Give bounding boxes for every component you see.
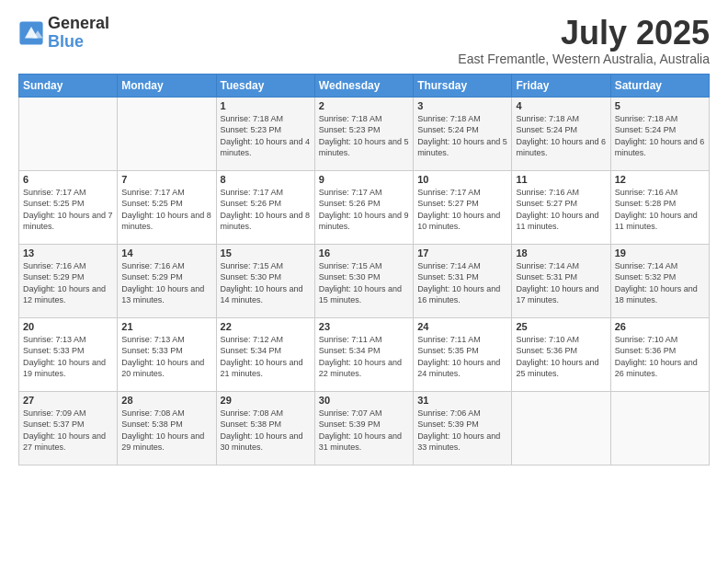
day-number: 23 [319, 321, 409, 332]
weekday-header-monday: Monday [118, 74, 216, 97]
calendar-cell: 31Sunrise: 7:06 AMSunset: 5:39 PMDayligh… [414, 391, 512, 465]
day-info: Sunrise: 7:12 AMSunset: 5:34 PMDaylight:… [221, 334, 311, 380]
calendar-week-row: 20Sunrise: 7:13 AMSunset: 5:33 PMDayligh… [19, 317, 710, 391]
weekday-header-tuesday: Tuesday [216, 74, 314, 97]
calendar-cell: 13Sunrise: 7:16 AMSunset: 5:29 PMDayligh… [19, 244, 118, 317]
day-info: Sunrise: 7:17 AMSunset: 5:26 PMDaylight:… [221, 187, 311, 233]
day-info: Sunrise: 7:16 AMSunset: 5:29 PMDaylight:… [23, 260, 113, 306]
calendar-week-row: 1Sunrise: 7:18 AMSunset: 5:23 PMDaylight… [19, 97, 710, 170]
day-number: 30 [319, 395, 409, 406]
day-info: Sunrise: 7:15 AMSunset: 5:30 PMDaylight:… [221, 260, 311, 306]
day-number: 26 [615, 321, 705, 332]
title-block: July 2025 East Fremantle, Western Austra… [458, 15, 710, 66]
day-number: 4 [516, 100, 606, 111]
calendar-cell: 7Sunrise: 7:17 AMSunset: 5:25 PMDaylight… [118, 170, 216, 244]
day-number: 10 [417, 174, 507, 185]
day-info: Sunrise: 7:18 AMSunset: 5:23 PMDaylight:… [319, 113, 409, 159]
day-number: 2 [319, 100, 409, 111]
day-number: 8 [221, 174, 311, 185]
calendar-cell: 30Sunrise: 7:07 AMSunset: 5:39 PMDayligh… [314, 391, 413, 465]
day-number: 14 [121, 247, 211, 259]
day-number: 9 [319, 174, 409, 185]
day-info: Sunrise: 7:16 AMSunset: 5:27 PMDaylight:… [516, 187, 606, 233]
weekday-header-thursday: Thursday [414, 74, 512, 97]
day-info: Sunrise: 7:15 AMSunset: 5:30 PMDaylight:… [319, 260, 409, 306]
day-info: Sunrise: 7:13 AMSunset: 5:33 PMDaylight:… [23, 334, 113, 380]
calendar-cell [512, 391, 610, 465]
day-number: 24 [417, 321, 507, 332]
day-info: Sunrise: 7:18 AMSunset: 5:23 PMDaylight:… [221, 113, 311, 159]
calendar-cell: 29Sunrise: 7:08 AMSunset: 5:38 PMDayligh… [216, 391, 314, 465]
day-number: 25 [516, 321, 606, 332]
calendar-cell: 14Sunrise: 7:16 AMSunset: 5:29 PMDayligh… [118, 244, 216, 317]
weekday-header-friday: Friday [512, 74, 610, 97]
day-number: 15 [221, 247, 311, 259]
day-info: Sunrise: 7:14 AMSunset: 5:32 PMDaylight:… [615, 260, 705, 306]
calendar-cell: 28Sunrise: 7:08 AMSunset: 5:38 PMDayligh… [118, 391, 216, 465]
calendar-cell: 2Sunrise: 7:18 AMSunset: 5:23 PMDaylight… [314, 97, 413, 170]
day-info: Sunrise: 7:18 AMSunset: 5:24 PMDaylight:… [417, 113, 507, 159]
calendar-table: SundayMondayTuesdayWednesdayThursdayFrid… [18, 74, 710, 465]
day-number: 18 [516, 247, 606, 259]
day-number: 22 [221, 321, 311, 332]
calendar-cell: 17Sunrise: 7:14 AMSunset: 5:31 PMDayligh… [414, 244, 512, 317]
day-number: 11 [516, 174, 606, 185]
day-number: 31 [417, 395, 507, 406]
calendar-cell: 9Sunrise: 7:17 AMSunset: 5:26 PMDaylight… [314, 170, 413, 244]
day-info: Sunrise: 7:08 AMSunset: 5:38 PMDaylight:… [221, 408, 311, 454]
day-number: 1 [221, 100, 311, 111]
calendar-cell: 1Sunrise: 7:18 AMSunset: 5:23 PMDaylight… [216, 97, 314, 170]
calendar-cell [118, 97, 216, 170]
day-info: Sunrise: 7:06 AMSunset: 5:39 PMDaylight:… [417, 408, 507, 454]
calendar-cell: 26Sunrise: 7:10 AMSunset: 5:36 PMDayligh… [610, 317, 709, 391]
day-info: Sunrise: 7:07 AMSunset: 5:39 PMDaylight:… [319, 408, 409, 454]
calendar-cell: 20Sunrise: 7:13 AMSunset: 5:33 PMDayligh… [19, 317, 118, 391]
day-number: 27 [23, 395, 113, 406]
day-number: 5 [615, 100, 705, 111]
location-subtitle: East Fremantle, Western Australia, Austr… [458, 52, 710, 66]
logo: General Blue [18, 15, 109, 52]
day-number: 3 [417, 100, 507, 111]
day-number: 28 [121, 395, 211, 406]
calendar-cell: 3Sunrise: 7:18 AMSunset: 5:24 PMDaylight… [414, 97, 512, 170]
day-info: Sunrise: 7:17 AMSunset: 5:27 PMDaylight:… [417, 187, 507, 233]
calendar-cell: 5Sunrise: 7:18 AMSunset: 5:24 PMDaylight… [610, 97, 709, 170]
day-info: Sunrise: 7:08 AMSunset: 5:38 PMDaylight:… [121, 408, 211, 454]
day-info: Sunrise: 7:13 AMSunset: 5:33 PMDaylight:… [121, 334, 211, 380]
day-info: Sunrise: 7:10 AMSunset: 5:36 PMDaylight:… [516, 334, 606, 380]
day-info: Sunrise: 7:11 AMSunset: 5:34 PMDaylight:… [319, 334, 409, 380]
calendar-cell: 12Sunrise: 7:16 AMSunset: 5:28 PMDayligh… [610, 170, 709, 244]
day-info: Sunrise: 7:11 AMSunset: 5:35 PMDaylight:… [417, 334, 507, 380]
day-number: 20 [23, 321, 113, 332]
calendar-week-row: 6Sunrise: 7:17 AMSunset: 5:25 PMDaylight… [19, 170, 710, 244]
calendar-cell: 21Sunrise: 7:13 AMSunset: 5:33 PMDayligh… [118, 317, 216, 391]
day-number: 19 [615, 247, 705, 259]
calendar-cell: 8Sunrise: 7:17 AMSunset: 5:26 PMDaylight… [216, 170, 314, 244]
weekday-header-wednesday: Wednesday [314, 74, 413, 97]
day-info: Sunrise: 7:17 AMSunset: 5:25 PMDaylight:… [23, 187, 113, 233]
calendar-cell: 11Sunrise: 7:16 AMSunset: 5:27 PMDayligh… [512, 170, 610, 244]
weekday-header-sunday: Sunday [19, 74, 118, 97]
day-number: 17 [417, 247, 507, 259]
day-info: Sunrise: 7:18 AMSunset: 5:24 PMDaylight:… [516, 113, 606, 159]
calendar-cell [610, 391, 709, 465]
day-info: Sunrise: 7:14 AMSunset: 5:31 PMDaylight:… [417, 260, 507, 306]
day-info: Sunrise: 7:14 AMSunset: 5:31 PMDaylight:… [516, 260, 606, 306]
day-info: Sunrise: 7:17 AMSunset: 5:26 PMDaylight:… [319, 187, 409, 233]
day-number: 12 [615, 174, 705, 185]
calendar-cell: 15Sunrise: 7:15 AMSunset: 5:30 PMDayligh… [216, 244, 314, 317]
logo-icon [18, 20, 44, 46]
weekday-header-saturday: Saturday [610, 74, 709, 97]
day-info: Sunrise: 7:10 AMSunset: 5:36 PMDaylight:… [615, 334, 705, 380]
calendar-cell: 24Sunrise: 7:11 AMSunset: 5:35 PMDayligh… [414, 317, 512, 391]
month-title: July 2025 [458, 15, 710, 52]
calendar-cell: 22Sunrise: 7:12 AMSunset: 5:34 PMDayligh… [216, 317, 314, 391]
day-info: Sunrise: 7:17 AMSunset: 5:25 PMDaylight:… [121, 187, 211, 233]
day-info: Sunrise: 7:16 AMSunset: 5:28 PMDaylight:… [615, 187, 705, 233]
calendar-week-row: 27Sunrise: 7:09 AMSunset: 5:37 PMDayligh… [19, 391, 710, 465]
weekday-header-row: SundayMondayTuesdayWednesdayThursdayFrid… [19, 74, 710, 97]
calendar-cell [19, 97, 118, 170]
day-number: 29 [221, 395, 311, 406]
calendar-cell: 19Sunrise: 7:14 AMSunset: 5:32 PMDayligh… [610, 244, 709, 317]
day-number: 13 [23, 247, 113, 259]
